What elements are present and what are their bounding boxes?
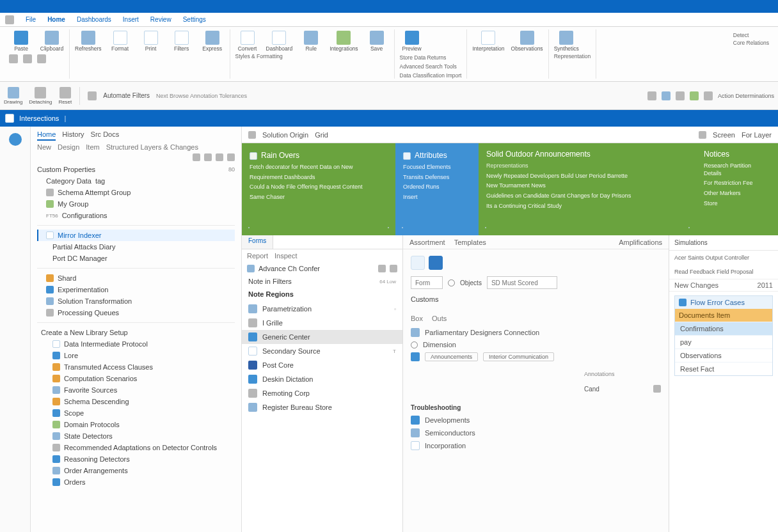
mid-tab-right[interactable]: Amplifications xyxy=(619,239,662,246)
tab-dashboards[interactable]: Dashboards xyxy=(77,16,111,23)
ribbon-clipboard[interactable]: Clipboard xyxy=(40,31,64,52)
pill-announcements[interactable]: Announcements xyxy=(425,352,478,361)
nav-tab-home[interactable]: Home xyxy=(37,130,56,141)
explorer-item-selected[interactable]: Generic Center xyxy=(242,330,402,344)
ribbon-rule[interactable]: Rule xyxy=(299,31,323,52)
ribbon-synthetics[interactable]: Synthetics xyxy=(554,31,579,52)
explorer-tab-forms[interactable]: Forms xyxy=(242,235,273,249)
chip-icon[interactable] xyxy=(411,256,425,270)
cut-icon[interactable] xyxy=(9,54,18,63)
ribbon-preview[interactable]: Preview xyxy=(400,31,424,52)
brush-icon[interactable] xyxy=(37,54,46,63)
trouble-item[interactable]: Semiconductors xyxy=(411,426,661,439)
nav-tool-3[interactable] xyxy=(216,153,223,161)
nav-item[interactable]: Computation Scenarios xyxy=(37,373,235,384)
nav-item[interactable]: Reasoning Detectors xyxy=(37,453,235,465)
mid-tab-2[interactable]: Templates xyxy=(454,239,486,246)
field-3[interactable] xyxy=(487,276,557,289)
nav-item[interactable]: Processing Queues xyxy=(37,307,235,318)
nav-item[interactable]: Shard xyxy=(37,272,235,284)
explorer-folder[interactable]: Note Regions xyxy=(242,288,402,301)
nav-item[interactable]: Domain Protocols xyxy=(37,419,235,430)
nav-item[interactable]: Lore xyxy=(37,350,235,361)
mid-line[interactable]: Parliamentary Designers Connection xyxy=(411,326,661,339)
rail-profile-icon[interactable] xyxy=(9,133,22,146)
mid-tab-1[interactable]: Assortment xyxy=(409,239,445,246)
list-icon[interactable] xyxy=(88,91,97,100)
foot-icon[interactable] xyxy=(688,227,690,228)
tb2-icon-c[interactable] xyxy=(676,91,685,100)
canvas-top-screen[interactable]: Screen xyxy=(713,131,735,139)
back-icon[interactable] xyxy=(247,265,255,272)
panel-row[interactable]: Reset Fact xyxy=(675,362,772,375)
mid-line[interactable]: Dimension xyxy=(411,339,661,350)
explorer-item[interactable]: Deskin Dictation xyxy=(242,372,402,386)
more-icon[interactable] xyxy=(390,265,397,272)
nav-tool-1[interactable] xyxy=(193,153,200,161)
tb2-reset[interactable]: Reset xyxy=(58,87,72,105)
explorer-item[interactable]: Remoting Corp xyxy=(242,386,402,400)
nav-sub-layers[interactable]: Structured Layers & Changes xyxy=(106,143,198,151)
ribbon-print[interactable]: Print xyxy=(139,31,163,52)
nav-tool-2[interactable] xyxy=(204,153,212,161)
explorer-item[interactable]: I Grille xyxy=(242,316,402,330)
radio-icon[interactable] xyxy=(411,341,418,348)
ribbon-express[interactable]: Express xyxy=(200,31,225,52)
ribbon-format[interactable]: Format xyxy=(108,31,132,52)
exp-head-inspect[interactable]: Inspect xyxy=(274,252,297,260)
props-bar-left[interactable]: New Changes xyxy=(674,281,718,289)
form-input[interactable] xyxy=(411,276,443,289)
canvas-top-layer[interactable]: For Layer xyxy=(742,131,772,139)
nav-item[interactable]: Data Intermediate Protocol xyxy=(37,338,235,350)
panel-row[interactable]: Confirmations xyxy=(675,322,772,335)
refresh-icon[interactable] xyxy=(378,265,386,272)
nav-item[interactable]: Schema Descending xyxy=(37,396,235,407)
nav-sub-new[interactable]: New xyxy=(37,143,51,151)
tb2-drawing[interactable]: Drawing xyxy=(4,87,22,105)
foot-icon[interactable] xyxy=(388,227,389,228)
ribbon-save[interactable]: Save xyxy=(365,31,389,52)
foot-icon[interactable] xyxy=(248,227,250,228)
nav-item[interactable]: Transmuted Access Clauses xyxy=(37,361,235,373)
explorer-item[interactable]: Post Core xyxy=(242,358,402,372)
tb2-icon-d[interactable] xyxy=(690,91,699,100)
nav-item[interactable]: Orders xyxy=(37,476,235,488)
canvas-top-2[interactable]: Grid xyxy=(315,131,328,139)
nav-section-library[interactable]: Create a New Library Setup xyxy=(37,327,235,338)
panel-row[interactable]: pay xyxy=(675,335,772,348)
trouble-item[interactable]: Incorporation xyxy=(411,439,661,452)
tb2-detaching[interactable]: Detaching xyxy=(29,87,52,105)
ribbon-dashboard[interactable]: Dashboard xyxy=(266,31,293,52)
tb2-icon-a[interactable] xyxy=(647,91,656,100)
tb2-icon-b[interactable] xyxy=(662,91,671,100)
tab-insert[interactable]: Insert xyxy=(123,16,139,23)
chip-icon-selected[interactable] xyxy=(429,256,443,270)
nav-item[interactable]: Port DC Manager xyxy=(37,253,235,264)
explorer-item[interactable]: Secondary SourceT xyxy=(242,344,402,358)
nav-item[interactable]: Partial Attacks Diary xyxy=(37,241,235,253)
nav-section-custom[interactable]: Custom Properties80 xyxy=(37,164,235,175)
tab-settings[interactable]: Settings xyxy=(183,16,206,23)
tb2-icon-e[interactable] xyxy=(704,91,713,100)
nav-tab-src[interactable]: Src Docs xyxy=(91,130,120,141)
nav-item[interactable]: Favorite Sources xyxy=(37,384,235,396)
nav-item[interactable]: FT56Configurations xyxy=(37,210,235,221)
nav-item[interactable]: Recommended Adaptations on Detector Cont… xyxy=(37,442,235,453)
mid-small-2[interactable]: Outs xyxy=(432,315,447,322)
nav-item[interactable]: Order Arrangements xyxy=(37,465,235,476)
nav-item[interactable]: My Group xyxy=(37,198,235,210)
mid-line[interactable]: Announcements Interior Communication xyxy=(411,350,661,363)
tab-home[interactable]: Home xyxy=(47,16,65,23)
nav-item[interactable]: Schema Attempt Group xyxy=(37,187,235,198)
note-icon[interactable] xyxy=(653,385,661,393)
nav-tab-history[interactable]: History xyxy=(62,130,84,141)
tab-file[interactable]: File xyxy=(26,16,36,23)
ribbon-integrations[interactable]: Integrations xyxy=(329,31,358,52)
nav-item[interactable]: State Detectors xyxy=(37,430,235,442)
panel-row[interactable]: Observations xyxy=(675,348,772,362)
explorer-breadcrumb[interactable]: Advance Ch Confer xyxy=(242,262,402,275)
panel-header[interactable]: Flow Error Cases xyxy=(675,296,772,309)
nav-item-selected[interactable]: Mirror Indexer xyxy=(37,230,235,241)
mid-small-1[interactable]: Box xyxy=(411,315,423,322)
pill-interior[interactable]: Interior Communication xyxy=(483,352,554,361)
